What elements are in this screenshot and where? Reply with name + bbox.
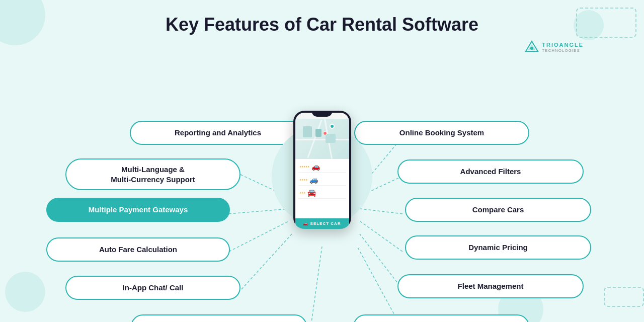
logo-sub: TECHNOLOGIES [542,48,584,53]
pill-fleet[interactable]: Fleet Management [397,274,584,298]
svg-line-5 [229,209,288,214]
pill-reporting[interactable]: Reporting and Analytics [130,121,306,145]
pill-booking[interactable]: Online Booking System [354,121,529,145]
phone-screen: ★★★★★ 🚗 ★★★★ 🚙 ★★★ 🚘 [295,113,349,229]
pill-payment[interactable]: Multiple Payment Gateways [46,198,230,222]
phone-car-row-3: ★★★ 🚘 [298,187,346,199]
phone-notch [312,111,332,117]
map-pin [330,124,337,131]
phone-cars-list: ★★★★★ 🚗 ★★★★ 🚙 ★★★ 🚘 [295,159,349,218]
map-building-1 [303,126,312,137]
svg-line-13 [360,234,403,289]
svg-line-12 [360,221,403,252]
phone-car-row-2: ★★★★ 🚙 [298,174,346,186]
car-icon-1: 🚗 [311,163,320,171]
logo-name: TRIOANGLE [542,42,584,48]
pill-chat[interactable]: In-App Chat/ Call [65,276,240,300]
phone-car-row-1: ★★★★★ 🚗 [298,161,346,173]
map-road-3 [295,139,349,140]
car-icon-2: 🚙 [309,176,318,184]
pill-compare[interactable]: Compare Cars [405,198,591,222]
phone-select-button[interactable]: 🚗 SELECT CAR [295,218,349,229]
svg-line-8 [310,247,322,322]
pill-tracking[interactable]: Real-Time Tracking [353,314,529,322]
pill-fareCalc[interactable]: Auto Fare Calculation [46,237,230,262]
phone-device: ★★★★★ 🚗 ★★★★ 🚙 ★★★ 🚘 [293,111,351,229]
map-building-2 [315,129,321,137]
svg-line-7 [242,234,292,289]
pill-dynamic[interactable]: Dynamic Pricing [405,235,591,260]
car-icon-3: 🚘 [307,189,316,197]
map-building-3 [326,134,336,143]
svg-line-14 [357,247,403,322]
logo-area: TRIOANGLE TECHNOLOGIES [525,40,584,54]
logo-icon [525,40,539,54]
pill-filters[interactable]: Advanced Filters [397,159,584,184]
pill-multilang[interactable]: Multi-Language &Multi-Currency Support [65,158,240,190]
map-pin-circle [330,124,335,129]
map-pin-2 [323,131,327,135]
phone-map [295,119,349,159]
main-area: Reporting and Analytics Multi-Language &… [0,55,644,322]
svg-line-11 [360,209,403,214]
pill-navigation[interactable]: Smart Navigation [131,314,307,322]
page-title: Key Features of Car Rental Software [0,0,644,40]
svg-point-2 [530,47,533,50]
phone-mockup: ★★★★★ 🚗 ★★★★ 🚙 ★★★ 🚘 [289,111,355,242]
svg-line-6 [229,221,288,252]
